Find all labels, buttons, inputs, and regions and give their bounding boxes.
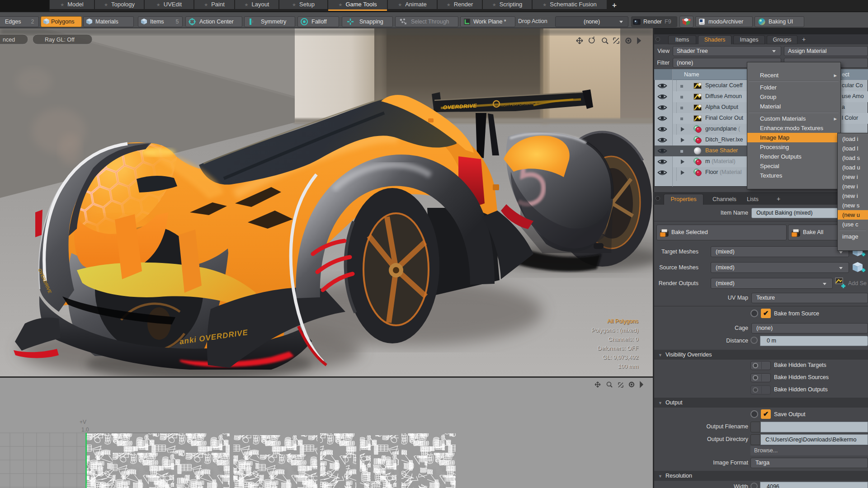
svg-text:Ray GL: Off: Ray GL: Off bbox=[45, 37, 75, 43]
svg-text:1.0: 1.0 bbox=[81, 427, 89, 433]
svg-text:nced: nced bbox=[3, 37, 15, 43]
svg-text:GL: 9,073,492: GL: 9,073,492 bbox=[603, 354, 638, 361]
svg-text:All Polygons: All Polygons bbox=[607, 318, 638, 324]
svg-text:Channels: 0: Channels: 0 bbox=[608, 336, 638, 343]
svg-text:Polygons : (mixed): Polygons : (mixed) bbox=[591, 327, 638, 333]
svg-text:100 mm: 100 mm bbox=[618, 363, 638, 370]
svg-text:+V: +V bbox=[80, 419, 86, 425]
svg-text:Deformers: OFF: Deformers: OFF bbox=[598, 345, 639, 352]
